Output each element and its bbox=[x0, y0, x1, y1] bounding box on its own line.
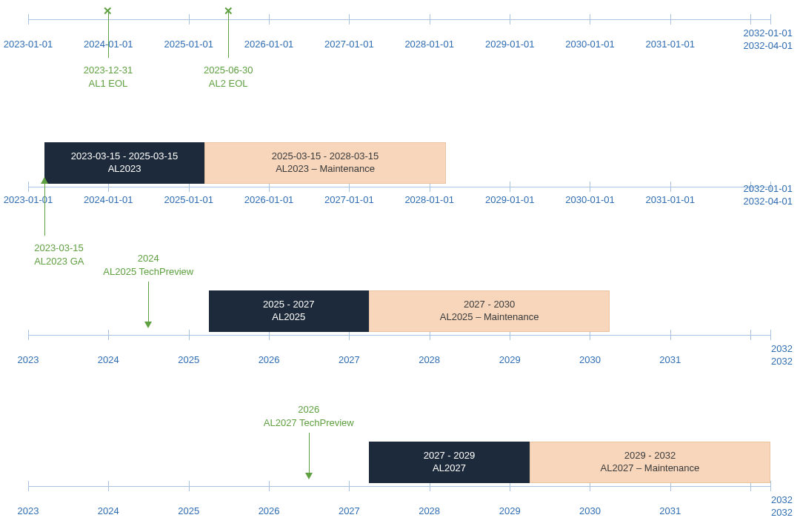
axis-tick-label: 2025 bbox=[178, 505, 199, 516]
axis-tick-label: 2028 bbox=[419, 354, 440, 365]
bar-date-range: 2027 - 2029 bbox=[424, 450, 475, 462]
axis-tick bbox=[189, 330, 190, 340]
bar-title: AL2023 bbox=[108, 163, 141, 176]
axis-tick bbox=[269, 14, 270, 24]
bar-title: AL2027 bbox=[433, 462, 466, 475]
axis-tick bbox=[750, 330, 751, 340]
bar-title: AL2025 – Maintenance bbox=[440, 311, 539, 324]
axis-line bbox=[28, 335, 770, 336]
axis-tick-label: 2027 bbox=[339, 354, 360, 365]
milestone-label: 2023-03-15AL2023 GA bbox=[34, 242, 84, 267]
bar-date-range: 2027 - 2030 bbox=[464, 299, 515, 311]
axis-tick-label: 2025-01-01 bbox=[164, 39, 214, 50]
axis-tick-label: 2030 bbox=[579, 354, 601, 365]
bar-title: AL2025 bbox=[272, 311, 305, 324]
axis-end-label-bottom: 2032-04-01 bbox=[744, 40, 793, 51]
axis-end-tick bbox=[770, 481, 771, 491]
axis-tick-label: 2023 bbox=[18, 505, 39, 516]
axis-tick-label: 2028-01-01 bbox=[404, 194, 454, 205]
axis-tick-label: 2029-01-01 bbox=[485, 39, 535, 50]
axis-tick-label: 2031 bbox=[659, 354, 681, 365]
release-bar-maintenance: 2025-03-15 - 2028-03-15AL2023 – Maintena… bbox=[204, 142, 445, 184]
axis-tick-label: 2028-01-01 bbox=[404, 39, 454, 50]
axis-tick-label: 2023 bbox=[18, 354, 39, 365]
axis-tick-label: 2029 bbox=[499, 354, 521, 365]
axis-line bbox=[28, 486, 770, 487]
milestone-cross-icon: ✕ bbox=[224, 5, 233, 16]
release-bar-active: 2023-03-15 - 2025-03-15AL2023 bbox=[44, 142, 205, 184]
axis-tick-label: 2023-01-01 bbox=[4, 39, 53, 50]
axis-tick-label: 2025 bbox=[178, 354, 199, 365]
release-bar-active: 2025 - 2027AL2025 bbox=[209, 290, 370, 332]
axis-tick-label: 2025-01-01 bbox=[164, 194, 214, 205]
axis-tick-label: 2026-01-01 bbox=[244, 39, 294, 50]
milestone-stem bbox=[108, 10, 109, 58]
milestone-stem bbox=[44, 184, 45, 236]
axis-tick bbox=[590, 14, 590, 24]
axis-tick-label: 2031-01-01 bbox=[645, 194, 695, 205]
axis-tick bbox=[670, 14, 671, 24]
axis-tick bbox=[28, 14, 29, 24]
axis-tick bbox=[510, 14, 510, 24]
bar-title: AL2023 – Maintenance bbox=[276, 163, 375, 176]
axis-tick bbox=[349, 481, 350, 491]
axis-tick bbox=[28, 182, 29, 192]
milestone-label: 2024AL2025 TechPreview bbox=[103, 252, 193, 278]
axis-end-label-bottom: 2032-04-01 bbox=[744, 196, 793, 207]
axis-tick bbox=[28, 330, 29, 340]
milestone-cross-icon: ✕ bbox=[103, 5, 113, 16]
bar-date-range: 2023-03-15 - 2025-03-15 bbox=[71, 150, 179, 163]
axis-line bbox=[28, 19, 770, 20]
axis-tick bbox=[108, 481, 109, 491]
axis-tick-label: 2031 bbox=[659, 505, 681, 516]
milestone-arrow-down-icon bbox=[305, 473, 313, 479]
axis-tick bbox=[430, 14, 430, 24]
axis-tick-label: 2031-01-01 bbox=[645, 39, 695, 50]
axis-tick-label: 2026 bbox=[259, 354, 280, 365]
axis-tick bbox=[510, 182, 510, 192]
axis-end-label-top: 2032-01-01 bbox=[744, 183, 793, 194]
axis-tick bbox=[670, 330, 671, 340]
axis-tick-label: 2027 bbox=[339, 505, 360, 516]
axis-tick-label: 2030-01-01 bbox=[565, 194, 615, 205]
milestone-label: 2026AL2027 TechPreview bbox=[264, 403, 354, 429]
milestone-label: 2023-12-31AL1 EOL bbox=[84, 64, 133, 90]
bar-title: AL2027 – Maintenance bbox=[601, 462, 700, 475]
axis-tick-label: 2024-01-01 bbox=[84, 194, 133, 205]
axis-end-tick bbox=[770, 330, 771, 340]
axis-tick-label: 2026-01-01 bbox=[244, 194, 294, 205]
axis-line bbox=[28, 187, 770, 187]
axis-tick-label: 2030 bbox=[579, 505, 601, 516]
axis-tick-label: 2027-01-01 bbox=[324, 39, 374, 50]
axis-tick-label: 2030-01-01 bbox=[565, 39, 615, 50]
release-bar-active: 2027 - 2029AL2027 bbox=[369, 442, 530, 483]
axis-tick bbox=[189, 14, 190, 24]
axis-tick bbox=[28, 481, 29, 491]
axis-tick bbox=[189, 481, 190, 491]
axis-tick-label: 2023-01-01 bbox=[4, 194, 53, 205]
axis-end-label-top: 2032 bbox=[771, 343, 793, 354]
axis-end-tick bbox=[770, 14, 771, 24]
bar-date-range: 2025 - 2027 bbox=[263, 299, 314, 311]
bar-date-range: 2025-03-15 - 2028-03-15 bbox=[272, 150, 379, 163]
axis-tick-label: 2028 bbox=[419, 505, 440, 516]
release-bar-maintenance: 2027 - 2030AL2025 – Maintenance bbox=[369, 290, 610, 332]
axis-tick-label: 2029-01-01 bbox=[485, 194, 535, 205]
axis-end-label-top: 2032 bbox=[771, 494, 793, 505]
milestone-stem bbox=[228, 10, 229, 58]
axis-tick-label: 2026 bbox=[259, 505, 280, 516]
milestone-arrow-up-icon bbox=[41, 177, 48, 184]
release-timelines: 2023-01-012024-01-012025-01-012026-01-01… bbox=[0, 0, 800, 532]
axis-tick-label: 2024 bbox=[98, 354, 119, 365]
milestone-stem bbox=[309, 433, 310, 473]
bar-date-range: 2029 - 2032 bbox=[624, 450, 676, 462]
axis-tick bbox=[590, 182, 590, 192]
axis-tick-label: 2029 bbox=[499, 505, 521, 516]
axis-tick bbox=[269, 481, 270, 491]
axis-tick bbox=[670, 182, 671, 192]
axis-end-label-top: 2032-01-01 bbox=[744, 27, 793, 39]
axis-tick bbox=[750, 14, 751, 24]
axis-end-label-bottom: 2032 bbox=[771, 507, 793, 518]
axis-tick-label: 2024 bbox=[98, 505, 119, 516]
axis-tick bbox=[349, 14, 350, 24]
